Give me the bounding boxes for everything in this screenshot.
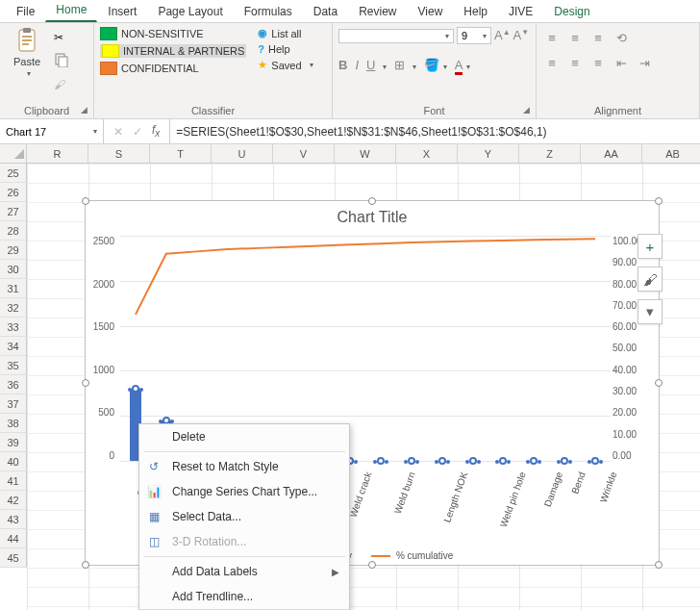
ctx-labels[interactable]: Add Data Labels▶ — [139, 559, 349, 584]
col-header-Y[interactable]: Y — [458, 144, 519, 164]
row-header-28[interactable]: 28 — [0, 221, 27, 241]
series-marker-14[interactable] — [561, 457, 568, 465]
row-header-34[interactable]: 34 — [0, 337, 27, 356]
tab-jive[interactable]: JIVE — [498, 1, 543, 22]
row-header-32[interactable]: 32 — [0, 298, 27, 318]
row-header-25[interactable]: 25 — [0, 164, 27, 183]
tab-page-layout[interactable]: Page Layout — [147, 1, 233, 22]
tab-home[interactable]: Home — [45, 0, 97, 22]
border-button[interactable]: ⊞ ▾ — [394, 58, 416, 72]
saved-button[interactable]: ★Saved▾ — [258, 59, 312, 71]
tab-formulas[interactable]: Formulas — [234, 1, 303, 22]
tab-design[interactable]: Design — [543, 1, 600, 22]
cumulative-line[interactable] — [136, 239, 595, 315]
decrease-indent-icon[interactable]: ⇤ — [612, 52, 631, 73]
legend-cumulative[interactable]: % cumulative — [371, 550, 453, 561]
classifier-confidential[interactable]: CONFIDENTIAL — [100, 62, 246, 75]
tab-insert[interactable]: Insert — [97, 1, 147, 22]
decrease-font-icon[interactable]: A▼ — [513, 28, 530, 42]
row-header-27[interactable]: 27 — [0, 202, 27, 221]
italic-button[interactable]: I — [355, 58, 359, 72]
col-header-AA[interactable]: AA — [581, 144, 642, 164]
align-center-icon[interactable]: ≡ — [565, 52, 585, 73]
format-painter-icon[interactable]: 🖌 — [54, 78, 69, 91]
ctx-delete[interactable]: Delete — [139, 424, 349, 449]
row-header-36[interactable]: 36 — [0, 375, 27, 394]
bold-button[interactable]: B — [338, 58, 347, 72]
row-header-37[interactable]: 37 — [0, 394, 27, 414]
ctx-change-type[interactable]: 📊Change Series Chart Type... — [139, 479, 349, 504]
align-middle-icon[interactable]: ≡ — [565, 27, 585, 48]
col-header-V[interactable]: V — [273, 144, 335, 164]
series-marker-9[interactable] — [408, 457, 415, 465]
select-all-corner[interactable] — [0, 144, 27, 164]
tab-review[interactable]: Review — [348, 1, 407, 22]
col-header-AB[interactable]: AB — [642, 144, 700, 164]
col-header-X[interactable]: X — [396, 144, 458, 164]
series-marker-10[interactable] — [438, 457, 446, 465]
tab-help[interactable]: Help — [453, 1, 498, 22]
series-marker-13[interactable] — [530, 457, 538, 465]
row-header-30[interactable]: 30 — [0, 260, 27, 279]
row-header-38[interactable]: 38 — [0, 414, 27, 433]
chart-styles-button[interactable]: 🖌 — [638, 267, 662, 292]
underline-button[interactable]: U ▾ — [366, 58, 387, 72]
orientation-icon[interactable]: ⟲ — [612, 27, 631, 48]
row-header-33[interactable]: 33 — [0, 318, 27, 337]
help-button[interactable]: ?Help — [258, 43, 312, 55]
row-header-43[interactable]: 43 — [0, 510, 27, 529]
row-header-41[interactable]: 41 — [0, 471, 27, 491]
row-header-35[interactable]: 35 — [0, 356, 27, 375]
row-header-44[interactable]: 44 — [0, 529, 27, 548]
tab-data[interactable]: Data — [303, 1, 348, 22]
series-marker-0[interactable] — [132, 385, 139, 393]
col-header-R[interactable]: R — [27, 144, 88, 164]
ctx-reset[interactable]: ↺Reset to Match Style — [139, 454, 349, 479]
col-header-S[interactable]: S — [88, 144, 150, 164]
cut-icon[interactable]: ✂ — [54, 31, 69, 44]
series-marker-12[interactable] — [499, 457, 507, 465]
cells-area[interactable]: Chart Title 25002000150010005000 100.009… — [27, 164, 700, 610]
col-header-T[interactable]: T — [150, 144, 212, 164]
chart-title[interactable]: Chart Title — [86, 201, 659, 228]
clipboard-launcher[interactable]: ◢ — [81, 105, 88, 114]
fill-color-button[interactable]: 🪣▾ — [424, 58, 447, 72]
series-marker-11[interactable] — [469, 457, 477, 465]
tab-file[interactable]: File — [6, 1, 45, 22]
col-header-W[interactable]: W — [335, 144, 396, 164]
align-left-icon[interactable]: ≡ — [542, 52, 562, 73]
font-launcher[interactable]: ◢ — [523, 105, 530, 114]
col-header-Z[interactable]: Z — [519, 144, 581, 164]
increase-font-icon[interactable]: A▲ — [494, 28, 511, 42]
tab-view[interactable]: View — [408, 1, 454, 22]
name-box[interactable]: Chart 17▾ — [0, 119, 104, 143]
series-marker-15[interactable] — [591, 457, 599, 465]
enter-formula-icon[interactable]: ✓ — [133, 125, 142, 139]
row-header-40[interactable]: 40 — [0, 452, 27, 471]
series-marker-8[interactable] — [377, 457, 385, 465]
row-header-26[interactable]: 26 — [0, 183, 27, 202]
font-name-combo[interactable]: ▾ — [338, 29, 454, 43]
font-color-button[interactable]: A▾ — [455, 58, 471, 72]
ctx-trendline[interactable]: Add Trendline... — [139, 584, 349, 609]
copy-icon[interactable] — [54, 52, 69, 70]
row-header-31[interactable]: 31 — [0, 279, 27, 298]
classifier-internal[interactable]: INTERNAL & PARTNERS — [100, 44, 246, 58]
align-right-icon[interactable]: ≡ — [588, 52, 608, 73]
font-size-combo[interactable]: 9▾ — [457, 27, 491, 44]
row-header-42[interactable]: 42 — [0, 491, 27, 510]
formula-input[interactable] — [170, 119, 700, 143]
fx-icon[interactable]: fx — [152, 123, 160, 139]
list-all-button[interactable]: ◉List all — [258, 27, 312, 39]
increase-indent-icon[interactable]: ⇥ — [635, 52, 654, 73]
classifier-nonsensitive[interactable]: NON-SENSITIVE — [100, 27, 246, 40]
paste-button[interactable]: Paste ▾ — [6, 27, 48, 78]
cancel-formula-icon[interactable]: ✕ — [113, 125, 123, 139]
chart-filter-button[interactable]: ▾ — [638, 299, 662, 324]
align-bottom-icon[interactable]: ≡ — [588, 27, 608, 48]
ctx-select-data[interactable]: ▦Select Data... — [139, 504, 349, 529]
chart-elements-button[interactable]: + — [638, 234, 662, 259]
row-header-45[interactable]: 45 — [0, 548, 27, 568]
col-header-U[interactable]: U — [212, 144, 273, 164]
row-header-39[interactable]: 39 — [0, 433, 27, 452]
